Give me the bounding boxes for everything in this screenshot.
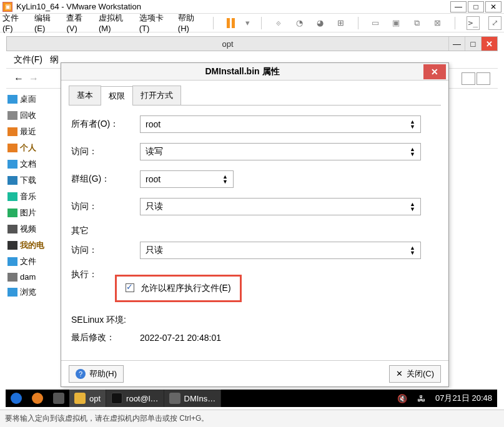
other-access-select[interactable]: 只读 ▲▼ bbox=[140, 242, 421, 259]
owner-label: 所有者(O)： bbox=[71, 119, 140, 130]
taskbar-app-terminal[interactable]: root@l… bbox=[106, 390, 164, 407]
place-computer[interactable]: 我的电 bbox=[6, 237, 60, 253]
start-button[interactable] bbox=[6, 390, 27, 407]
gear-icon bbox=[169, 393, 180, 404]
files-icon bbox=[53, 393, 64, 404]
place-dam[interactable]: dam bbox=[6, 270, 60, 284]
place-clock[interactable]: 最近 bbox=[6, 124, 60, 140]
back-button[interactable]: ← bbox=[14, 73, 24, 84]
screen1-icon[interactable]: ▭ bbox=[370, 16, 382, 30]
tray-volume[interactable]: 🔇 bbox=[392, 390, 412, 407]
dialog-close-button[interactable]: ✕ bbox=[423, 64, 446, 79]
close-icon: ✕ bbox=[396, 369, 403, 378]
terminal-icon bbox=[111, 393, 122, 404]
browse-icon bbox=[7, 288, 17, 297]
pause-icon[interactable] bbox=[225, 16, 237, 30]
menu-file[interactable]: 文件(F) bbox=[2, 12, 26, 33]
group-select[interactable]: root ▲▼ bbox=[140, 170, 234, 188]
place-label: 文档 bbox=[20, 159, 36, 170]
updown-icon: ▲▼ bbox=[410, 147, 415, 157]
modified-value: 2022-07-21 20:48:01 bbox=[140, 333, 221, 343]
guest-close-button[interactable]: ✕ bbox=[481, 37, 497, 51]
dialog-titlebar: DMInstall.bin 属性 ✕ bbox=[61, 63, 448, 81]
snapshot2-icon[interactable]: ◕ bbox=[314, 16, 326, 30]
owner-access-select[interactable]: 读写 ▲▼ bbox=[140, 143, 421, 160]
place-home[interactable]: 个人 bbox=[6, 140, 60, 156]
screen4-icon[interactable]: ⊠ bbox=[432, 16, 443, 30]
help-icon: ? bbox=[76, 369, 86, 379]
updown-icon: ▲▼ bbox=[222, 174, 228, 184]
taskbar-app-opt[interactable]: opt bbox=[69, 390, 106, 407]
close-button[interactable]: ✕ bbox=[485, 1, 502, 12]
place-music[interactable]: 音乐 bbox=[6, 189, 60, 205]
place-doc[interactable]: 文档 bbox=[6, 156, 60, 172]
menu-vm[interactable]: 虚拟机(M) bbox=[99, 12, 131, 33]
console-icon[interactable]: >_ bbox=[467, 16, 480, 30]
disk-icon bbox=[7, 257, 17, 266]
taskbar-clock[interactable]: 07月21日 20:48 bbox=[430, 390, 497, 407]
folder-icon bbox=[74, 393, 86, 404]
files-button[interactable] bbox=[48, 390, 69, 407]
place-label: 个人 bbox=[20, 142, 36, 154]
updown-icon: ▲▼ bbox=[410, 119, 415, 129]
menu-edit[interactable]: 编辑(E) bbox=[34, 12, 58, 33]
owner-access-label: 访问： bbox=[71, 146, 140, 157]
dialog-footer: ? 帮助(H) ✕ 关闭(C) bbox=[61, 360, 448, 386]
place-label: 我的电 bbox=[20, 240, 44, 251]
place-trash[interactable]: 回收 bbox=[6, 107, 60, 124]
volume-mute-icon: 🔇 bbox=[397, 394, 407, 403]
tab-openwith[interactable]: 打开方式 bbox=[132, 86, 181, 105]
menu-tabs[interactable]: 选项卡(T) bbox=[139, 12, 169, 33]
vmware-logo-icon: ▣ bbox=[2, 2, 12, 12]
forward-button[interactable]: → bbox=[29, 73, 39, 84]
other-section-label: 其它 bbox=[71, 225, 438, 237]
group-access-label: 访问： bbox=[71, 201, 140, 212]
place-video[interactable]: 视频 bbox=[6, 221, 60, 237]
place-desktop[interactable]: 桌面 bbox=[6, 91, 60, 107]
places-sidebar: 桌面回收最近个人文档下载音乐图片视频我的电文件dam浏览 bbox=[6, 89, 60, 303]
guest-maximize-button[interactable]: □ bbox=[465, 37, 481, 51]
place-label: 桌面 bbox=[20, 94, 36, 105]
tab-basic[interactable]: 基本 bbox=[69, 86, 101, 105]
tray-network[interactable]: 🖧 bbox=[412, 390, 430, 407]
exec-checkbox-label[interactable]: 允许以程序执行文件(E) bbox=[141, 283, 231, 293]
trash-icon bbox=[7, 111, 17, 120]
tab-permissions[interactable]: 权限 bbox=[101, 86, 133, 106]
group-access-select[interactable]: 只读 ▲▼ bbox=[140, 198, 421, 215]
guest-minimize-button[interactable]: — bbox=[448, 37, 465, 51]
vmware-title-text: KyLin10_64 - VMware Workstation bbox=[16, 2, 141, 11]
minimize-button[interactable]: — bbox=[450, 1, 467, 12]
menu-view[interactable]: 查看(V) bbox=[66, 12, 90, 33]
fm-menu-file[interactable]: 文件(F) bbox=[14, 54, 42, 66]
place-label: 音乐 bbox=[20, 191, 36, 202]
place-pictures[interactable]: 图片 bbox=[6, 205, 60, 221]
send-icon[interactable]: ⟐ bbox=[273, 16, 285, 30]
music-icon bbox=[7, 192, 17, 201]
place-disk[interactable]: 文件 bbox=[6, 253, 60, 270]
taskbar-app-dmins[interactable]: DMIns… bbox=[164, 390, 222, 407]
maximize-button[interactable]: □ bbox=[468, 1, 484, 12]
view-list-button[interactable] bbox=[477, 72, 490, 85]
screen3-icon[interactable]: ⧉ bbox=[411, 16, 423, 30]
network-icon: 🖧 bbox=[417, 394, 425, 403]
firefox-button[interactable] bbox=[27, 390, 48, 407]
place-label: 浏览 bbox=[20, 287, 36, 298]
fm-menu-more[interactable]: 纲 bbox=[50, 54, 59, 66]
owner-select[interactable]: root ▲▼ bbox=[140, 115, 421, 133]
group-label: 群组(G)： bbox=[71, 174, 140, 185]
clock-icon bbox=[7, 127, 17, 136]
view-icons-button[interactable] bbox=[462, 72, 475, 85]
snapshot-icon[interactable]: ◔ bbox=[294, 16, 305, 30]
menu-help[interactable]: 帮助(H) bbox=[178, 12, 202, 33]
fullscreen-icon[interactable]: ⤢ bbox=[488, 16, 502, 30]
place-download[interactable]: 下载 bbox=[6, 172, 60, 189]
close-dialog-button[interactable]: ✕ 关闭(C) bbox=[389, 365, 441, 383]
help-button[interactable]: ? 帮助(H) bbox=[69, 365, 124, 383]
snapshot3-icon[interactable]: ⊞ bbox=[335, 16, 347, 30]
place-browse[interactable]: 浏览 bbox=[6, 284, 60, 300]
updown-icon: ▲▼ bbox=[410, 202, 415, 212]
exec-checkbox[interactable] bbox=[126, 283, 134, 292]
vmware-menubar: 文件(F) 编辑(E) 查看(V) 虚拟机(M) 选项卡(T) 帮助(H) ▾ … bbox=[0, 14, 504, 32]
screen2-icon[interactable]: ▣ bbox=[390, 16, 402, 30]
updown-icon: ▲▼ bbox=[410, 245, 415, 255]
